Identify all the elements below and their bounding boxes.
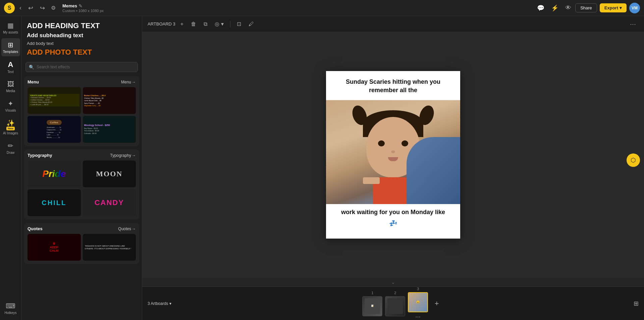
- share-button[interactable]: Share: [575, 3, 597, 12]
- meme-image: [326, 100, 460, 204]
- ai-images-icon: ✨: [6, 119, 15, 127]
- meme-zzz-icon: 💤: [326, 219, 460, 231]
- sidebar-item-label: Hotkeys: [4, 311, 16, 315]
- artboard-blend-button[interactable]: ◎ ▾: [212, 19, 226, 29]
- quotes-keep-calm[interactable]: ♛ KEEP CALM: [28, 234, 81, 261]
- artboard-pen-button[interactable]: 🖊: [246, 19, 256, 29]
- new-badge: New: [6, 127, 14, 130]
- pride-text: Pride: [42, 169, 66, 179]
- sidebar-item-draw[interactable]: ✏ Draw: [1, 139, 20, 157]
- bolt-button[interactable]: ⚡: [550, 3, 560, 13]
- thumbnail-2[interactable]: [385, 296, 405, 316]
- sidebar-item-label: AI Images: [3, 131, 18, 135]
- artboard-more-button[interactable]: ⋯: [627, 19, 639, 29]
- sidebar-item-hotkeys[interactable]: ⌨ Hotkeys: [1, 299, 20, 317]
- typography-candy[interactable]: CANDY: [83, 189, 136, 216]
- thumbnail-item-3: 3 😮 ⋯: [408, 287, 428, 320]
- visuals-icon: ✦: [8, 100, 13, 108]
- project-title-area: Memes ✎ Custom • 1080 x 1080 px: [62, 3, 104, 13]
- artboard-name: ARTBOARD 3: [148, 21, 175, 26]
- templates-icon: ⊞: [8, 41, 13, 49]
- icon-sidebar: ▦ My assets ⊞ Templates A Text 🖼 Media ✦…: [0, 16, 21, 320]
- canvas-area: ARTBOARD 3 + 🗑 ⧉ ◎ ▾ ⊡ 🖊 ⋯ Sunday Scarie…: [142, 16, 644, 320]
- topbar: S ‹ ↩ ↪ ⚙ Memes ✎ Custom • 1080 x 1080 p…: [0, 0, 644, 16]
- sidebar-item-ai-images[interactable]: ✨ New AI Images: [1, 116, 20, 138]
- add-artboard-button[interactable]: +: [431, 298, 443, 310]
- export-button[interactable]: Export ▾: [600, 3, 627, 12]
- preview-button[interactable]: 👁: [564, 3, 573, 13]
- artboard: Sunday Scaries hitting when you remember…: [326, 71, 460, 239]
- typography-section-title: Typography: [28, 153, 52, 158]
- thumbnail-number-2: 2: [394, 291, 396, 295]
- sidebar-item-label: Text: [7, 70, 13, 74]
- quotes-section-arrow[interactable]: Quotes →: [118, 227, 136, 231]
- quotes-section-header: Quotes Quotes →: [28, 226, 136, 231]
- thumbnail-more-button[interactable]: ⋯: [415, 314, 421, 320]
- thumbnail-3[interactable]: 😮: [408, 292, 428, 312]
- typography-pride[interactable]: Pride: [28, 161, 81, 187]
- thumbnail-item-1: 1 📝: [362, 291, 382, 316]
- moon-text: MOON: [96, 170, 122, 178]
- typography-section-arrow[interactable]: Typography →: [110, 153, 136, 158]
- search-input[interactable]: [25, 62, 138, 72]
- floating-action-button[interactable]: ⬡: [627, 153, 640, 167]
- add-heading-text[interactable]: ADD HEADING TEXT: [27, 21, 137, 30]
- grid-view-icon[interactable]: ⊞: [634, 300, 639, 307]
- quotes-section: Quotes Quotes → ♛ KEEP CA: [24, 223, 139, 264]
- project-size: Custom • 1080 x 1080 px: [62, 9, 104, 13]
- meme-top-text: Sunday Scaries hitting when you remember…: [326, 71, 460, 100]
- artboards-label[interactable]: 3 Artboards ▾: [148, 301, 171, 306]
- artboard-toolbar: ARTBOARD 3 + 🗑 ⧉ ◎ ▾ ⊡ 🖊 ⋯: [142, 16, 644, 32]
- thumbnail-1[interactable]: 📝: [362, 296, 382, 316]
- main-content: ▦ My assets ⊞ Templates A Text 🖼 Media ✦…: [0, 16, 644, 320]
- app-logo: S: [4, 3, 15, 13]
- typography-grid: Pride MOON CHILL CANDY: [28, 161, 136, 216]
- effects-list: Menu Menu → FRUITS AND VEGETABLES: [21, 75, 142, 269]
- text-icon: A: [8, 60, 13, 69]
- face-hand-left: [363, 177, 380, 184]
- meme-bottom-text: work waiting for you on Monday like: [326, 204, 460, 219]
- typography-section-header: Typography Typography →: [28, 153, 136, 158]
- hotkeys-icon: ⌨: [6, 302, 15, 310]
- undo-button[interactable]: ↩: [26, 3, 35, 13]
- quotes-grid: ♛ KEEP CALM "FASHION IS NOT ABOUT DRESSI…: [28, 234, 136, 261]
- collapse-bar[interactable]: ⌄: [142, 277, 644, 286]
- sidebar-item-text[interactable]: A Text: [1, 58, 20, 76]
- sidebar-item-visuals[interactable]: ✦ Visuals: [1, 97, 20, 115]
- text-options: ADD HEADING TEXT Add subheading text Add…: [21, 16, 142, 59]
- menu-template-4[interactable]: Mixology School - $250 Ray Reyes - $3.00…: [83, 116, 136, 143]
- add-photo-text[interactable]: ADD PHOTO TEXT: [27, 48, 137, 57]
- menu-section: Menu Menu → FRUITS AND VEGETABLES: [24, 76, 139, 146]
- sidebar-item-templates[interactable]: ⊞ Templates: [1, 38, 20, 56]
- artboard-frame-button[interactable]: ⊡: [234, 19, 244, 29]
- typography-section: Typography Typography → Pride MOON: [24, 149, 139, 219]
- floating-icon: ⬡: [631, 156, 636, 164]
- topbar-icons: 💬 ⚡ 👁: [536, 3, 573, 13]
- menu-template-2[interactable]: Butter Chicken......$5.0 Chicken Tikka M…: [83, 87, 136, 114]
- artboard-copy-button[interactable]: ⧉: [201, 19, 210, 29]
- menu-template-1[interactable]: FRUITS AND VEGETABLES • Roasted Chicken.…: [28, 87, 81, 114]
- typography-moon[interactable]: MOON: [83, 161, 136, 187]
- redo-button[interactable]: ↪: [38, 3, 47, 13]
- menu-template-3[interactable]: Coffee Americano ........ 1x Cappuccino …: [28, 116, 81, 143]
- media-icon: 🖼: [7, 80, 14, 88]
- sidebar-item-label: Templates: [3, 50, 18, 54]
- candy-text: CANDY: [95, 198, 124, 207]
- sidebar-item-my-assets[interactable]: ▦ My assets: [1, 19, 20, 37]
- quotes-fashion[interactable]: "FASHION IS NOT ABOUT DRESSING LIKE OTHE…: [83, 234, 136, 261]
- thumbnail-item-2: 2: [385, 291, 405, 316]
- back-button[interactable]: ‹: [17, 3, 23, 13]
- search-icon: 🔍: [29, 65, 34, 70]
- typography-chill[interactable]: CHILL: [28, 189, 81, 216]
- artboard-add-button[interactable]: +: [178, 19, 186, 29]
- settings-button[interactable]: ⚙: [50, 3, 57, 12]
- sidebar-item-label: My assets: [3, 30, 18, 34]
- sidebar-item-media[interactable]: 🖼 Media: [1, 78, 20, 95]
- chat-button[interactable]: 💬: [536, 3, 546, 13]
- menu-section-arrow[interactable]: Menu →: [121, 80, 136, 84]
- quotes-section-title: Quotes: [28, 226, 43, 231]
- add-body-text[interactable]: Add body text: [27, 41, 137, 46]
- face-container: [326, 100, 460, 204]
- add-subheading-text[interactable]: Add subheading text: [27, 32, 137, 39]
- artboard-delete-button[interactable]: 🗑: [189, 19, 199, 29]
